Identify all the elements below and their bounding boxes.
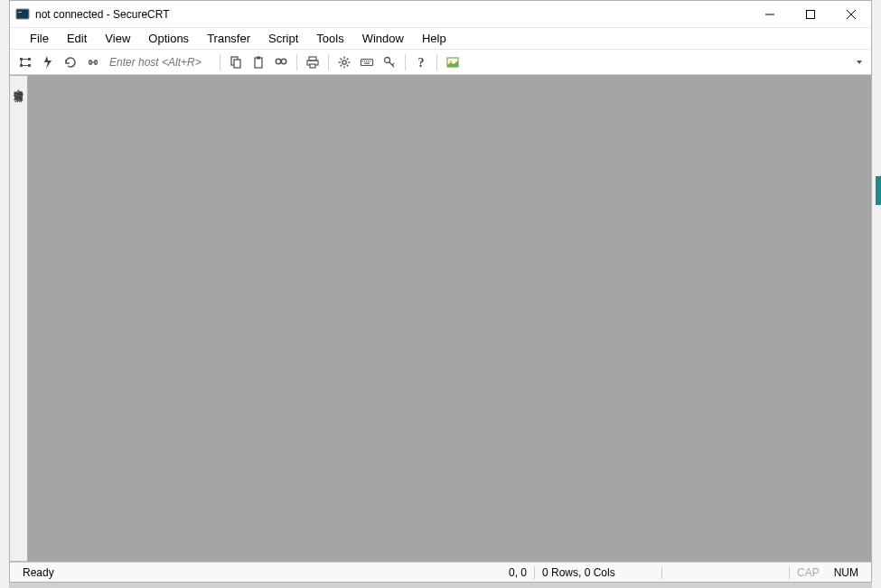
svg-rect-39 <box>370 61 370 61</box>
toolbar-overflow-icon[interactable] <box>853 59 866 66</box>
svg-rect-8 <box>20 64 23 67</box>
svg-rect-17 <box>255 58 262 68</box>
svg-point-19 <box>276 59 280 63</box>
menu-view[interactable]: View <box>96 29 139 48</box>
toolbar-separator <box>220 54 220 70</box>
toolbar-separator <box>405 54 406 70</box>
svg-line-30 <box>341 58 342 60</box>
svg-text:?: ? <box>418 56 425 70</box>
toolbar-separator <box>328 54 329 70</box>
svg-rect-38 <box>368 61 369 61</box>
svg-rect-16 <box>234 60 240 68</box>
svg-rect-34 <box>361 59 373 65</box>
app-icon <box>15 7 30 22</box>
background-accent <box>876 176 881 205</box>
svg-rect-9 <box>28 58 31 61</box>
svg-rect-18 <box>257 56 260 59</box>
background-right-edge <box>872 0 881 588</box>
help-icon[interactable]: ? <box>411 52 431 72</box>
copy-icon[interactable] <box>226 52 246 72</box>
screenshot-icon[interactable] <box>443 52 463 72</box>
maximize-button[interactable] <box>790 1 830 27</box>
svg-rect-24 <box>310 64 315 68</box>
svg-point-20 <box>281 59 286 63</box>
disconnect-icon[interactable] <box>83 52 103 72</box>
svg-point-46 <box>450 60 453 62</box>
find-icon[interactable] <box>271 52 291 72</box>
toolbar-separator <box>296 54 297 70</box>
host-input[interactable] <box>106 53 214 71</box>
status-connection <box>662 563 789 582</box>
svg-line-32 <box>347 58 349 60</box>
terminal-viewport[interactable] <box>28 75 871 562</box>
window-title: not connected - SecureCRT <box>35 8 749 21</box>
content-area: 会话管理器 <box>10 75 871 562</box>
svg-rect-35 <box>362 61 363 61</box>
reconnect-icon[interactable] <box>61 52 80 72</box>
title-bar: not connected - SecureCRT <box>10 1 871 28</box>
toolbar: ? <box>10 50 871 75</box>
key-icon[interactable] <box>380 52 399 72</box>
svg-line-43 <box>392 63 394 65</box>
svg-rect-2 <box>18 12 22 13</box>
svg-line-33 <box>341 64 342 66</box>
svg-line-31 <box>347 64 349 66</box>
quick-connect-icon[interactable] <box>38 52 58 72</box>
minimize-button[interactable] <box>749 1 790 27</box>
background-left-edge <box>0 0 9 588</box>
app-window: not connected - SecureCRT File Edit View… <box>9 0 872 583</box>
svg-rect-40 <box>364 62 370 63</box>
window-controls <box>749 1 871 27</box>
keyboard-icon[interactable] <box>357 52 377 72</box>
session-manager-tab-label: 会话管理器 <box>12 81 25 86</box>
menu-tools[interactable]: Tools <box>307 29 352 48</box>
svg-rect-1 <box>17 10 28 17</box>
print-icon[interactable] <box>303 52 323 72</box>
status-num: NUM <box>827 563 866 582</box>
menu-help[interactable]: Help <box>413 29 455 48</box>
menu-options[interactable]: Options <box>139 29 198 48</box>
session-manager-icon[interactable] <box>15 52 35 72</box>
menu-window[interactable]: Window <box>353 29 413 48</box>
menu-script[interactable]: Script <box>259 29 307 48</box>
close-button[interactable] <box>830 1 871 27</box>
svg-rect-36 <box>364 61 365 61</box>
svg-point-25 <box>342 60 346 63</box>
svg-rect-4 <box>806 10 814 18</box>
menu-file[interactable]: File <box>21 29 58 48</box>
menu-bar: File Edit View Options Transfer Script T… <box>10 28 871 50</box>
status-dimensions: 0 Rows, 0 Cols <box>535 563 661 582</box>
session-manager-tab[interactable]: 会话管理器 <box>10 75 28 562</box>
svg-rect-7 <box>20 58 23 61</box>
svg-rect-10 <box>28 64 31 67</box>
menu-edit[interactable]: Edit <box>58 29 96 48</box>
paste-icon[interactable] <box>248 52 268 72</box>
toolbar-separator <box>436 54 437 70</box>
status-cursor: 0, 0 <box>501 563 534 582</box>
settings-icon[interactable] <box>334 52 354 72</box>
menu-transfer[interactable]: Transfer <box>198 29 259 48</box>
svg-rect-37 <box>366 61 367 61</box>
status-ready: Ready <box>15 563 61 582</box>
status-bar: Ready 0, 0 0 Rows, 0 Cols CAP NUM <box>10 562 871 582</box>
status-caps: CAP <box>790 563 827 582</box>
